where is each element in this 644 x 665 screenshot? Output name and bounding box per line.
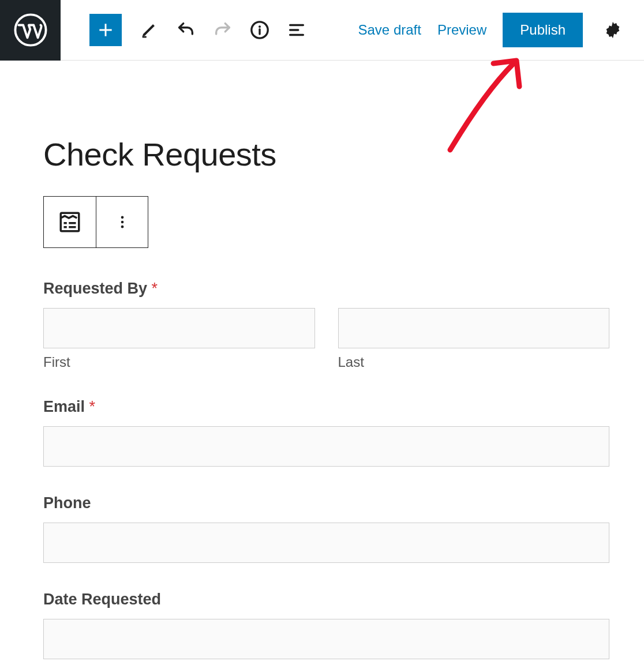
email-label: Email *	[43, 398, 609, 416]
wordpress-logo[interactable]	[0, 0, 61, 61]
pencil-icon	[139, 20, 159, 40]
editor-content: Check Requests Requested By * First	[0, 61, 644, 659]
last-name-sublabel: Last	[338, 354, 610, 370]
phone-input[interactable]	[43, 523, 609, 563]
redo-icon	[213, 20, 233, 40]
editor-toolbar: Save draft Preview Publish	[0, 0, 644, 61]
block-type-button[interactable]	[44, 197, 96, 247]
svg-point-5	[121, 221, 123, 224]
first-name-input[interactable]	[43, 308, 315, 348]
required-indicator: *	[89, 398, 96, 415]
gear-icon	[603, 20, 623, 40]
plus-icon	[96, 21, 115, 39]
email-field: Email *	[43, 398, 609, 467]
save-draft-button[interactable]: Save draft	[358, 22, 421, 38]
add-block-button[interactable]	[89, 14, 122, 46]
redo-button[interactable]	[205, 12, 241, 48]
wordpress-icon	[14, 13, 47, 47]
svg-point-2	[259, 25, 261, 28]
date-requested-label: Date Requested	[43, 591, 609, 608]
block-more-button[interactable]	[96, 197, 148, 247]
toolbar-tools	[61, 12, 314, 48]
phone-field: Phone	[43, 494, 609, 563]
date-requested-field: Date Requested	[43, 591, 609, 659]
settings-button[interactable]	[599, 16, 627, 44]
outline-button[interactable]	[279, 12, 314, 48]
more-vertical-icon	[114, 214, 130, 230]
edit-mode-button[interactable]	[131, 12, 167, 48]
undo-icon	[176, 20, 196, 40]
publish-button[interactable]: Publish	[503, 13, 583, 47]
required-indicator: *	[152, 280, 158, 297]
list-view-icon	[287, 20, 306, 40]
requested-by-field: Requested By * First Last	[43, 280, 609, 370]
toolbar-actions: Save draft Preview Publish	[358, 13, 644, 47]
svg-point-4	[121, 216, 123, 219]
form-preview: Requested By * First Last Email * Phone …	[43, 280, 609, 659]
info-button[interactable]	[242, 12, 278, 48]
undo-button[interactable]	[168, 12, 204, 48]
requested-by-label: Requested By *	[43, 280, 609, 298]
last-name-input[interactable]	[338, 308, 610, 348]
info-icon	[250, 20, 269, 40]
block-toolbar	[43, 196, 148, 248]
page-title[interactable]: Check Requests	[43, 136, 609, 173]
form-block-icon	[58, 210, 82, 234]
first-name-sublabel: First	[43, 354, 315, 370]
preview-button[interactable]: Preview	[437, 22, 486, 38]
date-requested-input[interactable]	[43, 619, 609, 659]
svg-point-6	[121, 226, 123, 228]
email-input[interactable]	[43, 426, 609, 467]
phone-label: Phone	[43, 494, 609, 512]
